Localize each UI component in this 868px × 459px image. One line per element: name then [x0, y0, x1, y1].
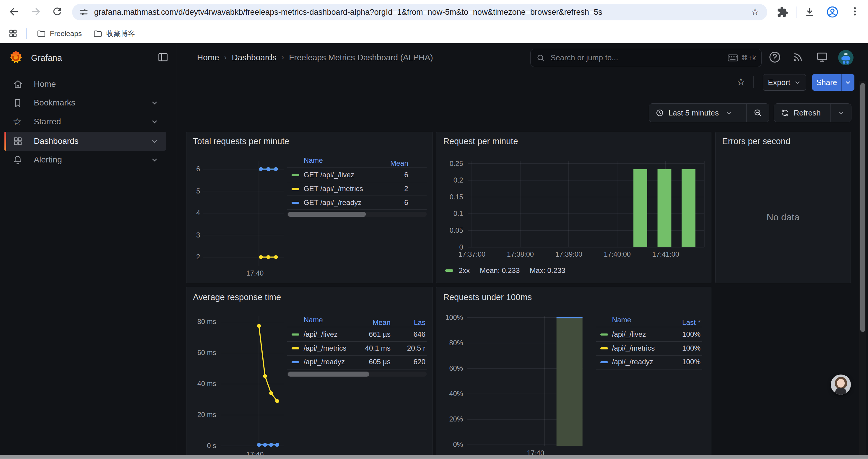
axis-tick-label: 60 ms: [186, 349, 216, 357]
refresh-label: Refresh: [794, 108, 821, 118]
time-range-picker[interactable]: Last 5 minutes: [649, 104, 746, 122]
sidebar-item-label: Alerting: [34, 155, 62, 165]
legend-col-last[interactable]: Las: [414, 319, 426, 327]
site-info-icon[interactable]: [79, 7, 89, 17]
bar: [634, 169, 648, 247]
legend-scrollbar[interactable]: [287, 371, 427, 376]
refresh-button[interactable]: Refresh: [774, 104, 831, 122]
legend-col-name[interactable]: Name: [304, 316, 323, 324]
legend-col-mean[interactable]: Mean: [390, 159, 408, 167]
chevron-down-icon[interactable]: [151, 118, 158, 126]
series-color-dash: [291, 174, 299, 176]
favorite-star-icon[interactable]: ☆: [736, 76, 746, 88]
assistant-avatar[interactable]: [831, 374, 850, 394]
share-button[interactable]: Share: [812, 74, 841, 91]
time-range-label: Last 5 minutes: [669, 108, 719, 118]
legend-row[interactable]: /api/_/metrics 40.1 ms 20.5 r: [287, 341, 427, 355]
chevron-down-icon[interactable]: [151, 137, 158, 145]
sidebar-item-home[interactable]: Home: [4, 75, 166, 94]
legend-row[interactable]: GET /api/_/livez 6: [287, 168, 427, 182]
legend-row[interactable]: GET /api/_/metrics 2: [287, 182, 427, 196]
help-icon[interactable]: [769, 51, 781, 64]
axis-tick-label: 2: [186, 253, 200, 261]
panel-avg-response-time[interactable]: Average response time 80 ms60 ms40 ms20 …: [186, 287, 433, 459]
bookmark-folder-freeleaps[interactable]: Freeleaps: [32, 27, 86, 41]
legend-scrollbar[interactable]: [287, 212, 427, 217]
bar: [557, 318, 583, 446]
series-mean: Mean: 0.233: [480, 266, 520, 275]
monitor-icon[interactable]: [816, 51, 828, 63]
panel-total-requests[interactable]: Total requests per minute 6543217:40 Nam…: [186, 132, 433, 283]
panel-title[interactable]: Errors per second: [722, 136, 790, 146]
panel-errors-per-second[interactable]: Errors per second No data: [715, 132, 851, 283]
sidebar-item-starred[interactable]: ☆ Starred: [4, 112, 166, 131]
legend-col-name[interactable]: Name: [304, 156, 323, 165]
forward-icon[interactable]: [30, 6, 42, 18]
chevron-down-icon[interactable]: [151, 156, 158, 164]
bookmark-folder-label: Freeleaps: [50, 30, 82, 38]
export-button[interactable]: Export: [763, 74, 806, 91]
horizontal-scrollbar[interactable]: [0, 455, 868, 459]
series-color-dash: [291, 347, 299, 350]
series-last: 100%: [682, 344, 701, 352]
series-name: /api/_/readyz: [612, 358, 653, 366]
panel-requests-under-100ms[interactable]: Requests under 100ms 100%80%60%40%20%0%1…: [436, 287, 711, 459]
grafana-logo[interactable]: [8, 50, 23, 65]
panel-request-per-minute[interactable]: Request per minute 0.250.20.150.10.05017…: [436, 132, 711, 283]
rss-icon[interactable]: [792, 52, 804, 63]
star-icon: ☆: [13, 117, 24, 127]
series-color-dash: [291, 333, 299, 335]
back-icon[interactable]: [8, 6, 20, 18]
legend-col-mean[interactable]: Mean: [373, 319, 391, 327]
sidebar-item-bookmarks[interactable]: Bookmarks: [4, 94, 166, 112]
search-box[interactable]: ⌘+k: [530, 49, 762, 67]
url-bar[interactable]: ☆: [72, 4, 767, 21]
sidebar-item-label: Starred: [34, 117, 61, 126]
legend-inline[interactable]: 2xx Mean: 0.233 Max: 0.233: [445, 266, 565, 275]
breadcrumb-dashboards[interactable]: Dashboards: [231, 53, 276, 62]
sidebar-item-alerting[interactable]: Alerting: [4, 151, 166, 169]
search-input[interactable]: [550, 53, 728, 63]
refresh-interval-dropdown[interactable]: [831, 104, 851, 122]
axis-tick-label: 3: [186, 231, 200, 239]
sidebar-item-dashboards[interactable]: Dashboards: [4, 132, 166, 151]
axis-tick-label: 5: [186, 187, 200, 195]
profile-icon[interactable]: [826, 6, 839, 18]
apps-grid-icon[interactable]: [8, 29, 18, 38]
legend-col-name[interactable]: Name: [612, 316, 631, 324]
legend-row[interactable]: /api/_/readyz 100%: [596, 355, 702, 369]
bookmarks-divider: [26, 28, 27, 39]
breadcrumb-current: Freeleaps Metrics Dashboard (ALPHA): [289, 53, 433, 62]
reload-icon[interactable]: [52, 6, 63, 17]
breadcrumb-home[interactable]: Home: [197, 53, 219, 62]
series-color-dash: [291, 361, 299, 363]
series-last: 620: [413, 358, 426, 366]
series-color-dash: [445, 269, 453, 271]
legend-col-last[interactable]: Last *: [682, 319, 701, 327]
legend-row[interactable]: /api/_/metrics 100%: [596, 341, 702, 355]
folder-icon: [37, 29, 46, 38]
series-name: 2xx: [459, 266, 470, 275]
scrollbar-thumb[interactable]: [860, 83, 865, 332]
legend-row[interactable]: /api/_/livez 661 µs 646: [287, 327, 427, 341]
axis-tick-label: 17:39:00: [546, 251, 592, 258]
bookmark-star-icon[interactable]: ☆: [750, 7, 759, 17]
legend-row[interactable]: GET /api/_/readyz 6: [287, 196, 427, 209]
download-icon[interactable]: [804, 6, 815, 18]
time-range-group: Last 5 minutes: [649, 103, 769, 122]
vertical-scrollbar[interactable]: [859, 81, 866, 455]
legend-row[interactable]: /api/_/livez 100%: [596, 327, 702, 341]
menu-kebab-icon[interactable]: [849, 6, 861, 17]
legend-row[interactable]: /api/_/readyz 605 µs 620: [287, 355, 427, 369]
share-dropdown-button[interactable]: [841, 74, 855, 91]
bookmark-folder-blogs[interactable]: 收藏博客: [89, 27, 140, 41]
collapse-sidebar-icon[interactable]: [157, 52, 169, 63]
axis-tick-label: 100%: [436, 314, 463, 321]
extensions-icon[interactable]: [777, 6, 788, 18]
zoom-out-button[interactable]: [747, 104, 769, 122]
series-name: /api/_/livez: [304, 330, 338, 338]
axis-tick-label: 0.25: [436, 160, 463, 167]
chevron-down-icon[interactable]: [151, 99, 158, 107]
user-avatar[interactable]: [838, 50, 854, 65]
url-input[interactable]: [94, 7, 751, 17]
